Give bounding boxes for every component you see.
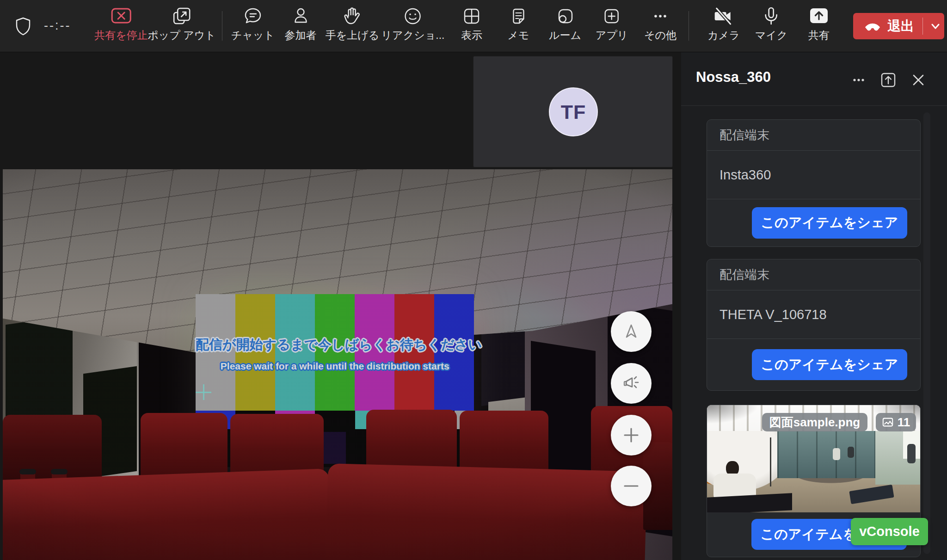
- panorama-thumbnail[interactable]: 図面sample.png 11: [707, 405, 920, 512]
- more-icon: [644, 6, 676, 27]
- image-filename-badge: 図面sample.png: [762, 413, 867, 431]
- zoom-out-button[interactable]: [611, 466, 652, 506]
- zoom-in-button[interactable]: [611, 415, 652, 455]
- device-name: THETA V_106718: [707, 290, 920, 338]
- image-count-icon: [882, 416, 894, 428]
- panel-more-button[interactable]: [849, 70, 869, 90]
- popout-icon: [148, 6, 216, 27]
- device-name: Insta360: [707, 150, 920, 199]
- scene-vignette: [3, 169, 672, 560]
- share-button[interactable]: 共有: [808, 6, 830, 43]
- reactions-icon: [381, 6, 445, 27]
- rooms-icon: [549, 6, 581, 27]
- leave-label: 退出: [887, 17, 914, 36]
- avatar-initials: TF: [561, 101, 586, 123]
- meeting-stage: TF: [0, 52, 681, 560]
- stop-share-button[interactable]: 共有を停止: [94, 6, 148, 43]
- toolbar-divider: [689, 11, 689, 41]
- panel-title: Nossa_360: [696, 69, 771, 86]
- camera-toggle[interactable]: カメラ: [707, 6, 740, 43]
- participant-tile[interactable]: TF: [473, 56, 673, 167]
- device-card-insta360: 配信端末 Insta360 このアイテムをシェア: [707, 119, 921, 247]
- hangup-icon: [863, 18, 882, 35]
- device-card-theta: 配信端末 THETA V_106718 このアイテムをシェア: [707, 259, 921, 391]
- toolbar-item-more[interactable]: その他: [644, 6, 676, 43]
- toolbar-item-chat[interactable]: チャット: [231, 6, 275, 43]
- view-icon: [461, 6, 482, 27]
- participants-icon: [285, 6, 317, 27]
- leave-button[interactable]: 退出: [853, 13, 944, 39]
- avatar: TF: [549, 87, 598, 136]
- panel-open-window-button[interactable]: [878, 70, 898, 90]
- toolbar-item-apps[interactable]: アプリ: [596, 6, 628, 43]
- notes-icon: [507, 6, 529, 27]
- open-window-icon: [879, 71, 898, 89]
- video-360-viewport[interactable]: 配信が開始するまで今しばらくお待ちください Please wait for a …: [3, 169, 672, 560]
- card-button-row: このアイテムをシェア: [707, 338, 920, 390]
- shield-icon: [13, 15, 33, 39]
- stop-share-icon: [94, 6, 148, 27]
- share-icon: [808, 6, 830, 27]
- navigate-icon: [621, 321, 641, 342]
- camera-off-icon: [707, 6, 740, 27]
- toolbar-item-reactions[interactable]: リアクショ...: [381, 6, 445, 43]
- raise-hand-icon: [326, 6, 380, 27]
- panel-close-button[interactable]: [908, 70, 929, 90]
- meeting-toolbar: --:-- 共有を停止 ポップ アウト チャット 参加者: [0, 0, 947, 52]
- toolbar-divider: [222, 11, 222, 41]
- announce-button[interactable]: [611, 363, 652, 404]
- card-button-row: このアイテムをシェア: [707, 199, 920, 246]
- popout-button[interactable]: ポップ アウト: [148, 6, 216, 43]
- meeting-window: --:-- 共有を停止 ポップ アウト チャット 参加者: [0, 0, 947, 560]
- toolbar-item-participants[interactable]: 参加者: [285, 6, 317, 43]
- toolbar-item-view[interactable]: 表示: [461, 6, 482, 43]
- announce-icon: [621, 373, 642, 394]
- meeting-timer: --:--: [44, 18, 71, 33]
- toolbar-item-rooms[interactable]: ルーム: [549, 6, 581, 43]
- zoom-in-icon: [622, 426, 640, 444]
- mic-toggle[interactable]: マイク: [755, 6, 788, 43]
- apps-icon: [596, 6, 628, 27]
- share-item-button[interactable]: このアイテムをシェア: [752, 207, 907, 239]
- card-header: 配信端末: [707, 259, 920, 290]
- share-item-button[interactable]: このアイテムをシェア: [752, 349, 907, 380]
- close-icon: [910, 71, 927, 89]
- card-header: 配信端末: [707, 120, 920, 150]
- toolbar-item-raise-hand[interactable]: 手を上げる: [326, 6, 380, 43]
- leave-divider: [922, 18, 923, 35]
- chat-icon: [231, 6, 275, 27]
- vconsole-button[interactable]: vConsole: [851, 518, 928, 545]
- panel-header: Nossa_360: [681, 52, 947, 105]
- zoom-out-icon: [622, 477, 640, 495]
- navigate-button[interactable]: [611, 311, 652, 352]
- panel-divider: [681, 105, 947, 106]
- panel-scrollbar[interactable]: [923, 112, 930, 554]
- stop-share-label: 共有を停止: [94, 28, 148, 43]
- ellipsis-icon: [849, 71, 868, 89]
- popout-label: ポップ アウト: [148, 28, 216, 43]
- app-side-panel: Nossa_360 配信端末 Insta360 このアイテムをシェア 配信端末 …: [681, 52, 947, 560]
- image-count-badge: 11: [876, 413, 916, 431]
- mic-icon: [755, 6, 788, 27]
- chevron-down-icon[interactable]: [929, 21, 942, 32]
- toolbar-item-notes[interactable]: メモ: [507, 6, 529, 43]
